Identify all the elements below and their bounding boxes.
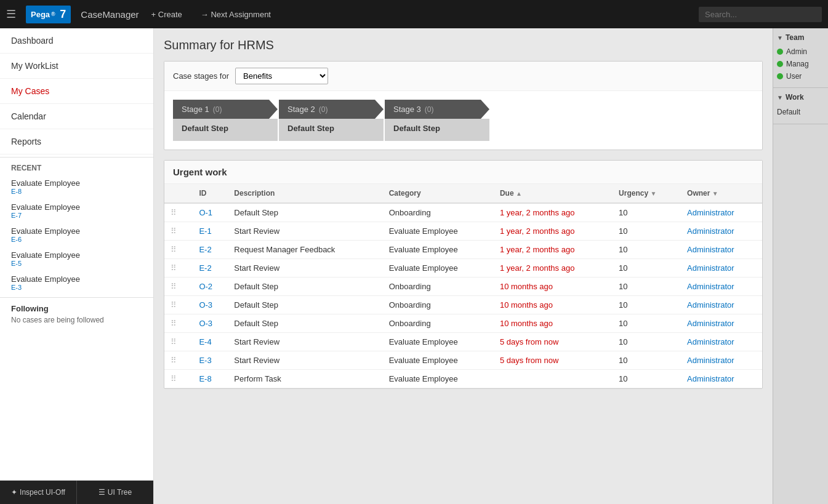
drag-handle[interactable]: ⠿ xyxy=(171,208,179,217)
description-cell: Start Review xyxy=(228,222,382,241)
drag-handle[interactable]: ⠿ xyxy=(171,300,179,310)
id-link[interactable]: O-3 xyxy=(199,300,212,310)
id-link[interactable]: O-1 xyxy=(199,208,212,217)
id-link[interactable]: O-3 xyxy=(199,319,212,328)
drag-cell: ⠿ xyxy=(164,333,193,351)
owner-link[interactable]: Administrator xyxy=(687,263,734,273)
col-category[interactable]: Category xyxy=(383,184,494,203)
next-assignment-button[interactable]: → Next Assignment xyxy=(195,7,277,22)
drag-cell: ⠿ xyxy=(164,203,193,222)
next-assignment-label: → Next Assignment xyxy=(201,10,271,19)
urgency-cell: 10 xyxy=(613,351,681,370)
col-due[interactable]: Due ▲ xyxy=(494,184,613,203)
drag-handle[interactable]: ⠿ xyxy=(171,282,179,291)
owner-link[interactable]: Administrator xyxy=(687,356,734,365)
stage-label-1: Stage 2 xyxy=(287,105,315,114)
owner-link[interactable]: Administrator xyxy=(687,374,734,383)
col-drag xyxy=(164,184,193,203)
recent-item-2[interactable]: Evaluate Employee E-6 xyxy=(0,223,153,247)
urgency-cell: 10 xyxy=(613,370,681,388)
drag-handle[interactable]: ⠿ xyxy=(171,226,179,236)
hamburger-icon[interactable]: ☰ xyxy=(6,7,16,21)
drag-cell: ⠿ xyxy=(164,296,193,314)
create-button[interactable]: + Create xyxy=(145,7,188,22)
due-cell: 1 year, 2 months ago xyxy=(494,241,613,259)
ui-tree-icon: ☰ xyxy=(98,488,105,497)
inspect-ui-button[interactable]: ✦ Inspect UI-Off xyxy=(0,481,76,504)
drag-handle[interactable]: ⠿ xyxy=(171,337,179,346)
recent-item-title-2: Evaluate Employee xyxy=(11,226,142,236)
stage-count-1: (0) xyxy=(319,105,328,114)
urgency-cell: 10 xyxy=(613,222,681,241)
pega-logo: Pega® 7 xyxy=(26,6,71,23)
status-dot-0 xyxy=(777,49,783,55)
owner-link[interactable]: Administrator xyxy=(687,337,734,346)
work-section: ▼ Work Default xyxy=(773,88,828,124)
id-cell: E-2 xyxy=(193,259,228,278)
drag-handle[interactable]: ⠿ xyxy=(171,245,179,254)
id-link[interactable]: E-1 xyxy=(199,226,211,236)
drag-cell: ⠿ xyxy=(164,222,193,241)
owner-cell: Administrator xyxy=(681,333,762,351)
sidebar-item-reports[interactable]: Reports xyxy=(0,129,153,154)
owner-link[interactable]: Administrator xyxy=(687,300,734,310)
col-urgency[interactable]: Urgency ▼ xyxy=(613,184,681,203)
due-cell: 5 days from now xyxy=(494,333,613,351)
urgency-cell: 10 xyxy=(613,278,681,296)
case-stages-dropdown[interactable]: Benefits Onboarding Evaluate Employee xyxy=(235,68,328,84)
col-id[interactable]: ID xyxy=(193,184,228,203)
drag-handle[interactable]: ⠿ xyxy=(171,263,179,273)
table-row: ⠿ O-3 Default Step Onboarding 10 months … xyxy=(164,314,762,333)
due-cell: 10 months ago xyxy=(494,314,613,333)
owner-link[interactable]: Administrator xyxy=(687,245,734,254)
team-label: Team xyxy=(786,33,804,42)
recent-item-4[interactable]: Evaluate Employee E-3 xyxy=(0,271,153,295)
team-member-2: User xyxy=(777,70,824,82)
team-member-name-1: Manag xyxy=(786,60,809,68)
table-row: ⠿ E-3 Start Review Evaluate Employee 5 d… xyxy=(164,351,762,370)
recent-item-sub-2: E-6 xyxy=(11,236,142,243)
due-value: 1 year, 2 months ago xyxy=(500,245,574,254)
id-link[interactable]: E-4 xyxy=(199,337,211,346)
id-link[interactable]: O-2 xyxy=(199,282,212,291)
work-triangle-icon: ▼ xyxy=(777,94,783,101)
col-owner[interactable]: Owner ▼ xyxy=(681,184,762,203)
drag-handle[interactable]: ⠿ xyxy=(171,319,179,328)
owner-link[interactable]: Administrator xyxy=(687,282,734,291)
sidebar-item-worklist[interactable]: My WorkList xyxy=(0,54,153,79)
owner-link[interactable]: Administrator xyxy=(687,226,734,236)
id-link[interactable]: E-2 xyxy=(199,245,211,254)
ui-tree-button[interactable]: ☰ UI Tree xyxy=(76,481,153,504)
col-description[interactable]: Description xyxy=(228,184,382,203)
id-link[interactable]: E-3 xyxy=(199,356,211,365)
table-header-row: ID Description Category Due ▲ Urgency ▼ … xyxy=(164,184,762,203)
stage-header-0: Stage 1 (0) xyxy=(173,100,278,119)
due-sort-icon: ▲ xyxy=(516,190,522,197)
recent-item-0[interactable]: Evaluate Employee E-8 xyxy=(0,175,153,199)
owner-link[interactable]: Administrator xyxy=(687,208,734,217)
recent-item-3[interactable]: Evaluate Employee E-5 xyxy=(0,247,153,271)
category-cell: Evaluate Employee xyxy=(383,259,494,278)
recent-item-1[interactable]: Evaluate Employee E-7 xyxy=(0,199,153,223)
search-input[interactable] xyxy=(699,7,822,22)
right-panel: ▼ Team Admin Manag User ▼ Work Default xyxy=(773,28,828,504)
urgency-cell: 10 xyxy=(613,296,681,314)
table-row: ⠿ E-8 Perform Task Evaluate Employee 10 … xyxy=(164,370,762,388)
sidebar-item-my-cases[interactable]: My Cases xyxy=(0,79,153,104)
sidebar-item-dashboard[interactable]: Dashboard xyxy=(0,28,153,54)
create-label: + Create xyxy=(151,10,182,19)
stages-container: Stage 1 (0) Default Step Stage 2 (0) Def… xyxy=(164,91,762,150)
id-cell: O-3 xyxy=(193,314,228,333)
status-dot-1 xyxy=(777,61,783,67)
recent-item-title-0: Evaluate Employee xyxy=(11,178,142,188)
drag-handle[interactable]: ⠿ xyxy=(171,356,179,365)
drag-handle[interactable]: ⠿ xyxy=(171,374,179,383)
id-link[interactable]: E-2 xyxy=(199,263,211,273)
work-table: ID Description Category Due ▲ Urgency ▼ … xyxy=(164,184,762,388)
due-cell: 10 months ago xyxy=(494,296,613,314)
recent-item-sub-3: E-5 xyxy=(11,260,142,267)
owner-link[interactable]: Administrator xyxy=(687,319,734,328)
category-cell: Onboarding xyxy=(383,296,494,314)
sidebar-item-calendar[interactable]: Calendar xyxy=(0,104,153,129)
id-link[interactable]: E-8 xyxy=(199,374,211,383)
